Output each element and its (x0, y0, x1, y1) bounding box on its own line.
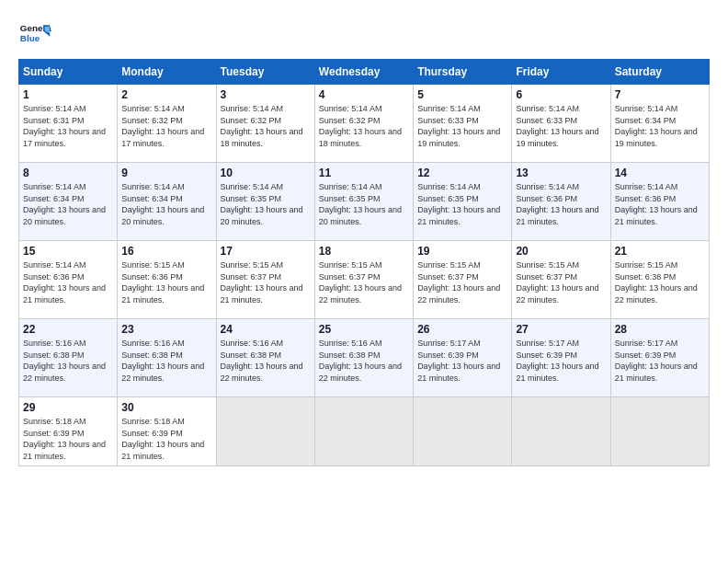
day-info: Sunrise: 5:14 AMSunset: 6:31 PMDaylight:… (23, 103, 113, 149)
day-info: Sunrise: 5:17 AMSunset: 6:39 PMDaylight:… (516, 338, 606, 384)
day-info: Sunrise: 5:16 AMSunset: 6:38 PMDaylight:… (319, 338, 409, 384)
day-number: 27 (516, 323, 606, 336)
day-info: Sunrise: 5:18 AMSunset: 6:39 PMDaylight:… (23, 416, 113, 462)
calendar-cell: 24Sunrise: 5:16 AMSunset: 6:38 PMDayligh… (216, 319, 314, 397)
calendar-cell: 26Sunrise: 5:17 AMSunset: 6:39 PMDayligh… (414, 319, 512, 397)
weekday-header-saturday: Saturday (610, 60, 709, 85)
day-info: Sunrise: 5:14 AMSunset: 6:36 PMDaylight:… (516, 181, 606, 227)
day-info: Sunrise: 5:15 AMSunset: 6:36 PMDaylight:… (121, 259, 211, 305)
day-number: 3 (221, 88, 311, 101)
calendar-cell: 7Sunrise: 5:14 AMSunset: 6:34 PMDaylight… (610, 85, 709, 163)
day-number: 1 (23, 88, 113, 101)
day-info: Sunrise: 5:15 AMSunset: 6:37 PMDaylight:… (417, 259, 507, 305)
calendar-week-row-4: 22Sunrise: 5:16 AMSunset: 6:38 PMDayligh… (19, 319, 710, 397)
calendar-cell: 15Sunrise: 5:14 AMSunset: 6:36 PMDayligh… (19, 241, 118, 319)
calendar-cell: 2Sunrise: 5:14 AMSunset: 6:32 PMDaylight… (118, 85, 216, 163)
day-info: Sunrise: 5:14 AMSunset: 6:35 PMDaylight:… (319, 181, 409, 227)
day-info: Sunrise: 5:14 AMSunset: 6:34 PMDaylight:… (121, 181, 211, 227)
calendar-cell: 6Sunrise: 5:14 AMSunset: 6:33 PMDaylight… (512, 85, 610, 163)
calendar-cell: 12Sunrise: 5:14 AMSunset: 6:35 PMDayligh… (414, 163, 512, 241)
weekday-header-monday: Monday (118, 60, 216, 85)
day-number: 19 (417, 245, 507, 258)
day-info: Sunrise: 5:14 AMSunset: 6:34 PMDaylight:… (615, 103, 705, 149)
logo: General Blue (18, 18, 51, 52)
calendar-cell: 19Sunrise: 5:15 AMSunset: 6:37 PMDayligh… (414, 241, 512, 319)
weekday-header-tuesday: Tuesday (216, 60, 314, 85)
day-number: 22 (23, 323, 113, 336)
day-number: 29 (23, 401, 113, 414)
day-info: Sunrise: 5:15 AMSunset: 6:37 PMDaylight:… (221, 259, 311, 305)
calendar-cell: 4Sunrise: 5:14 AMSunset: 6:32 PMDaylight… (314, 85, 413, 163)
day-info: Sunrise: 5:16 AMSunset: 6:38 PMDaylight:… (221, 338, 311, 384)
calendar-cell: 1Sunrise: 5:14 AMSunset: 6:31 PMDaylight… (19, 85, 118, 163)
day-number: 4 (319, 88, 409, 101)
day-info: Sunrise: 5:14 AMSunset: 6:33 PMDaylight:… (417, 103, 507, 149)
day-number: 25 (319, 323, 409, 336)
weekday-header-sunday: Sunday (19, 60, 118, 85)
day-number: 16 (121, 245, 211, 258)
calendar-cell (610, 397, 709, 466)
calendar-cell (414, 397, 512, 466)
calendar-cell: 9Sunrise: 5:14 AMSunset: 6:34 PMDaylight… (118, 163, 216, 241)
calendar-cell: 11Sunrise: 5:14 AMSunset: 6:35 PMDayligh… (314, 163, 413, 241)
calendar-cell: 21Sunrise: 5:15 AMSunset: 6:38 PMDayligh… (610, 241, 709, 319)
calendar-cell: 17Sunrise: 5:15 AMSunset: 6:37 PMDayligh… (216, 241, 314, 319)
day-number: 14 (615, 167, 705, 179)
day-info: Sunrise: 5:14 AMSunset: 6:36 PMDaylight:… (23, 259, 113, 305)
day-number: 9 (121, 167, 211, 179)
calendar-cell: 8Sunrise: 5:14 AMSunset: 6:34 PMDaylight… (19, 163, 118, 241)
day-info: Sunrise: 5:15 AMSunset: 6:37 PMDaylight:… (319, 259, 409, 305)
calendar-cell: 25Sunrise: 5:16 AMSunset: 6:38 PMDayligh… (314, 319, 413, 397)
calendar-cell: 18Sunrise: 5:15 AMSunset: 6:37 PMDayligh… (314, 241, 413, 319)
day-number: 12 (417, 167, 507, 179)
day-number: 20 (516, 245, 606, 258)
day-number: 30 (121, 401, 211, 414)
calendar-cell (216, 397, 314, 466)
calendar-cell: 5Sunrise: 5:14 AMSunset: 6:33 PMDaylight… (414, 85, 512, 163)
day-info: Sunrise: 5:15 AMSunset: 6:37 PMDaylight:… (516, 259, 606, 305)
day-number: 2 (121, 88, 211, 101)
day-number: 15 (23, 245, 113, 258)
day-number: 5 (417, 88, 507, 101)
day-number: 7 (615, 88, 705, 101)
calendar-cell: 16Sunrise: 5:15 AMSunset: 6:36 PMDayligh… (118, 241, 216, 319)
calendar-week-row-2: 8Sunrise: 5:14 AMSunset: 6:34 PMDaylight… (19, 163, 710, 241)
day-info: Sunrise: 5:14 AMSunset: 6:32 PMDaylight:… (121, 103, 211, 149)
calendar-week-row-5: 29Sunrise: 5:18 AMSunset: 6:39 PMDayligh… (19, 397, 710, 466)
calendar-cell: 28Sunrise: 5:17 AMSunset: 6:39 PMDayligh… (610, 319, 709, 397)
day-info: Sunrise: 5:14 AMSunset: 6:35 PMDaylight:… (417, 181, 507, 227)
weekday-header-friday: Friday (512, 60, 610, 85)
calendar-cell (314, 397, 413, 466)
day-info: Sunrise: 5:14 AMSunset: 6:36 PMDaylight:… (615, 181, 705, 227)
weekday-header-thursday: Thursday (414, 60, 512, 85)
day-number: 21 (615, 245, 705, 258)
calendar-cell: 14Sunrise: 5:14 AMSunset: 6:36 PMDayligh… (610, 163, 709, 241)
calendar-cell: 22Sunrise: 5:16 AMSunset: 6:38 PMDayligh… (19, 319, 118, 397)
calendar-cell: 23Sunrise: 5:16 AMSunset: 6:38 PMDayligh… (118, 319, 216, 397)
day-number: 10 (221, 167, 311, 179)
day-number: 26 (417, 323, 507, 336)
day-info: Sunrise: 5:14 AMSunset: 6:33 PMDaylight:… (516, 103, 606, 149)
day-number: 8 (23, 167, 113, 179)
calendar-cell: 27Sunrise: 5:17 AMSunset: 6:39 PMDayligh… (512, 319, 610, 397)
day-number: 13 (516, 167, 606, 179)
day-info: Sunrise: 5:14 AMSunset: 6:35 PMDaylight:… (221, 181, 311, 227)
calendar-cell: 3Sunrise: 5:14 AMSunset: 6:32 PMDaylight… (216, 85, 314, 163)
calendar-cell: 10Sunrise: 5:14 AMSunset: 6:35 PMDayligh… (216, 163, 314, 241)
header: General Blue (18, 18, 710, 52)
calendar-cell (512, 397, 610, 466)
svg-text:Blue: Blue (20, 33, 40, 43)
calendar-cell: 29Sunrise: 5:18 AMSunset: 6:39 PMDayligh… (19, 397, 118, 466)
logo-icon: General Blue (18, 18, 51, 52)
day-number: 6 (516, 88, 606, 101)
day-number: 17 (221, 245, 311, 258)
calendar-cell: 20Sunrise: 5:15 AMSunset: 6:37 PMDayligh… (512, 241, 610, 319)
day-info: Sunrise: 5:15 AMSunset: 6:38 PMDaylight:… (615, 259, 705, 305)
calendar-table: SundayMondayTuesdayWednesdayThursdayFrid… (18, 59, 710, 466)
day-number: 24 (221, 323, 311, 336)
calendar-cell: 13Sunrise: 5:14 AMSunset: 6:36 PMDayligh… (512, 163, 610, 241)
day-info: Sunrise: 5:17 AMSunset: 6:39 PMDaylight:… (615, 338, 705, 384)
calendar-week-row-1: 1Sunrise: 5:14 AMSunset: 6:31 PMDaylight… (19, 85, 710, 163)
day-number: 28 (615, 323, 705, 336)
weekday-header-wednesday: Wednesday (314, 60, 413, 85)
